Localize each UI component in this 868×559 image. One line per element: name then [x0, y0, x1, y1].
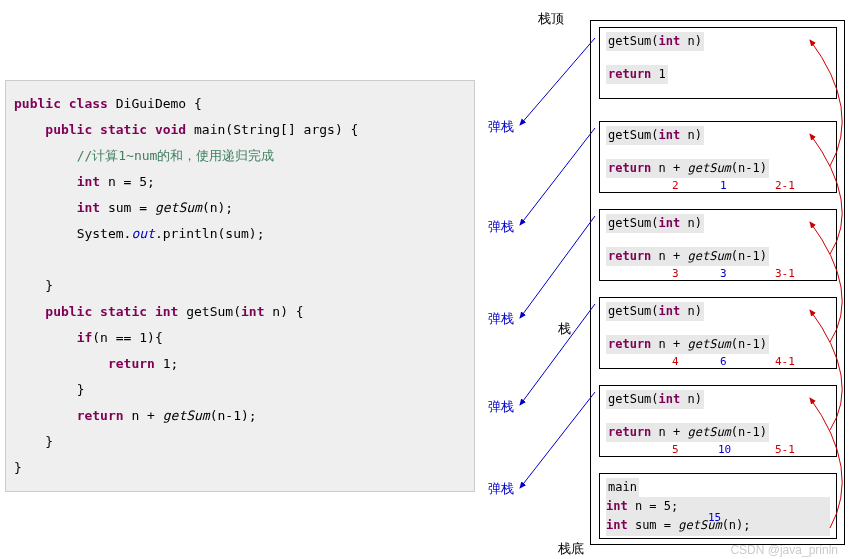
- ann-n: 4: [672, 353, 679, 371]
- arg: (n);: [722, 518, 751, 532]
- ann-calc: 2-1: [775, 177, 795, 195]
- arg: (n-1): [731, 425, 767, 439]
- code-panel: public class DiGuiDemo { public static v…: [5, 80, 475, 492]
- frame-sig: getSum(int n): [606, 390, 830, 409]
- ann-calc: 4-1: [775, 353, 795, 371]
- brace: }: [14, 460, 22, 475]
- stack-frame-4: getSum(int n) return n + getSum(n-1) 4 6…: [599, 297, 837, 369]
- stack-bottom-label: 栈底: [558, 540, 584, 558]
- frame-sig: getSum(int n): [606, 302, 830, 321]
- keyword: return: [77, 408, 124, 423]
- func-call: getSum: [687, 425, 730, 439]
- code-text: n) {: [264, 304, 303, 319]
- code-text: n +: [124, 408, 163, 423]
- expr: n +: [651, 425, 687, 439]
- ann-ret: 6: [720, 353, 727, 371]
- code-line: [14, 247, 466, 273]
- keyword: int: [606, 518, 628, 532]
- keyword: public static int: [45, 304, 178, 319]
- return-val: 1: [651, 67, 665, 81]
- code-line: }: [14, 429, 466, 455]
- class-name: DiGuiDemo {: [108, 96, 202, 111]
- code-text: System.: [77, 226, 132, 241]
- arg: (n-1): [731, 249, 767, 263]
- stack-frame-1: getSum(int n) return 1: [599, 27, 837, 99]
- code-line: int n = 5;: [14, 169, 466, 195]
- param: n: [680, 304, 694, 318]
- keyword: return: [608, 249, 651, 263]
- code-line: System.out.println(sum);: [14, 221, 466, 247]
- code-line: return 1;: [14, 351, 466, 377]
- code-line: public class DiGuiDemo {: [14, 91, 466, 117]
- code-line: }: [14, 273, 466, 299]
- svg-line-2: [520, 216, 595, 318]
- code-text: n = 5;: [628, 499, 679, 513]
- expr: n +: [651, 249, 687, 263]
- ann-calc: 5-1: [775, 441, 795, 459]
- arg: (n-1): [731, 337, 767, 351]
- func-name: getSum: [608, 304, 651, 318]
- stack-frame-5: getSum(int n) return n + getSum(n-1) 5 1…: [599, 385, 837, 457]
- func-name: getSum: [608, 392, 651, 406]
- brace: }: [77, 382, 85, 397]
- frame-sig: getSum(int n): [606, 214, 830, 233]
- keyword: return: [608, 67, 651, 81]
- comment: //计算1~num的和，使用递归完成: [77, 148, 275, 163]
- code-line: int sum = getSum(n);: [14, 195, 466, 221]
- ann-ret: 15: [708, 509, 721, 527]
- keyword: return: [608, 425, 651, 439]
- code-text: n = 5;: [100, 174, 155, 189]
- keyword: public class: [14, 96, 108, 111]
- code-line: //计算1~num的和，使用递归完成: [14, 143, 466, 169]
- type: int: [659, 128, 681, 142]
- stack-label: 栈: [558, 320, 571, 338]
- code-line: if(n == 1){: [14, 325, 466, 351]
- svg-line-0: [520, 38, 595, 125]
- func-call: getSum: [687, 249, 730, 263]
- stack-frame-2: getSum(int n) return n + getSum(n-1) 2 1…: [599, 121, 837, 193]
- keyword: public static void: [45, 122, 186, 137]
- keyword: if: [77, 330, 93, 345]
- keyword: return: [608, 337, 651, 351]
- stack-frame-main: main int n = 5; int sum = getSum(n); 15: [599, 473, 837, 539]
- code-text: sum =: [628, 518, 679, 532]
- keyword: int: [241, 304, 264, 319]
- func-call: getSum: [687, 337, 730, 351]
- ann-n: 5: [672, 441, 679, 459]
- keyword: int: [77, 200, 100, 215]
- pop-label: 弹栈: [488, 218, 514, 236]
- func-name: getSum: [608, 216, 651, 230]
- method-sig: main(String[] args) {: [186, 122, 358, 137]
- expr: n +: [651, 161, 687, 175]
- frame-return: return 1: [606, 65, 830, 84]
- param: n: [680, 392, 694, 406]
- param: n: [680, 34, 694, 48]
- func-call: getSum: [163, 408, 210, 423]
- type: int: [659, 34, 681, 48]
- keyword: return: [608, 161, 651, 175]
- code-text: sum =: [100, 200, 155, 215]
- brace: }: [45, 278, 53, 293]
- param: n: [680, 216, 694, 230]
- code-line: public static void main(String[] args) {: [14, 117, 466, 143]
- frame-return: return n + getSum(n-1): [606, 159, 830, 178]
- ann-ret: 10: [718, 441, 731, 459]
- func-name: getSum: [608, 128, 651, 142]
- type: int: [659, 304, 681, 318]
- svg-line-1: [520, 128, 595, 225]
- code-line: return n + getSum(n-1);: [14, 403, 466, 429]
- stack-top-label: 栈顶: [538, 10, 564, 28]
- pop-label: 弹栈: [488, 118, 514, 136]
- param: n: [680, 128, 694, 142]
- pop-label: 弹栈: [488, 398, 514, 416]
- field: out: [131, 226, 154, 241]
- stack-container: getSum(int n) return 1 getSum(int n) ret…: [590, 20, 845, 545]
- ann-n: 3: [672, 265, 679, 283]
- ann-n: 2: [672, 177, 679, 195]
- type: int: [659, 392, 681, 406]
- keyword: int: [77, 174, 100, 189]
- stack-frame-3: getSum(int n) return n + getSum(n-1) 3 3…: [599, 209, 837, 281]
- func-name: getSum: [608, 34, 651, 48]
- code-text: 1;: [155, 356, 178, 371]
- frame-return: return n + getSum(n-1): [606, 335, 830, 354]
